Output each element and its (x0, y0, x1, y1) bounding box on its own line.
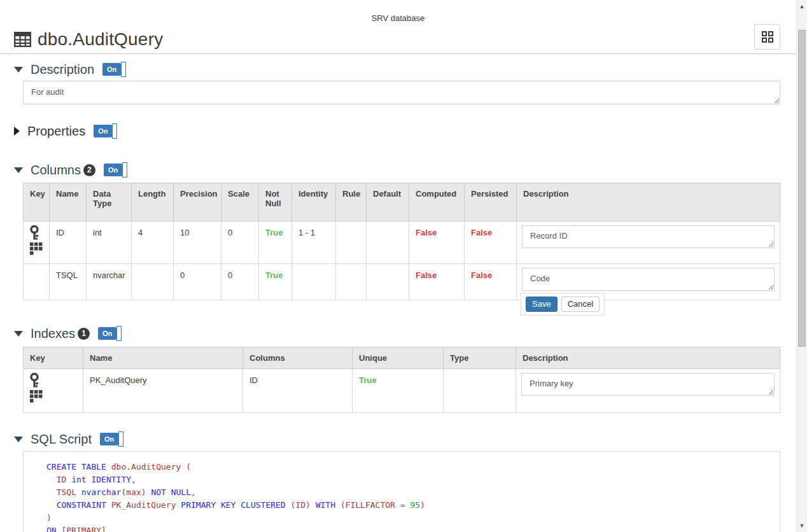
section-title-properties: Properties (27, 124, 85, 139)
cell-name[interactable]: PK_AuditQuery (83, 369, 243, 413)
cell-rule[interactable] (336, 264, 367, 300)
cell-data-type[interactable]: nvarchar (87, 264, 132, 300)
col-header-precision: Precision (174, 183, 221, 221)
caret-right-icon[interactable] (14, 127, 20, 136)
cell-description: Primary key (516, 369, 780, 413)
cell-not-null[interactable]: True (259, 221, 292, 264)
section-title-indexes: Indexes (31, 326, 75, 341)
cell-data-type[interactable]: int (87, 221, 132, 264)
section-title-columns: Columns (31, 163, 81, 178)
scroll-up-arrow-icon[interactable]: ▲ (797, 3, 807, 10)
cell-columns[interactable]: ID (243, 369, 353, 413)
cell-name[interactable]: ID (50, 221, 87, 264)
column-description-input[interactable]: Code (522, 268, 775, 291)
table-row: TSQL nvarchar 0 0 True False False Code … (24, 264, 780, 300)
scroll-down-arrow-icon[interactable]: ▼ (797, 522, 807, 529)
toggle-on-label: On (104, 164, 122, 176)
col-header-description: Description (517, 183, 780, 221)
table-row: PK_AuditQuery ID True Primary key (24, 369, 780, 413)
toggle-knob (121, 62, 126, 77)
idx-header-key: Key (24, 347, 83, 369)
section-indexes-header: Indexes 1 On (14, 326, 796, 341)
page-header: SRV database dbo.AuditQuery (0, 0, 796, 54)
cell-scale[interactable]: 0 (221, 221, 259, 264)
cell-computed[interactable]: False (409, 264, 465, 300)
cell-persisted[interactable]: False (465, 221, 517, 264)
cell-scale[interactable]: 0 (221, 264, 259, 300)
primary-key-icon (29, 225, 49, 256)
description-input[interactable]: For audit (23, 81, 780, 104)
indexes-toggle[interactable]: On (98, 326, 122, 341)
toggle-on-label: On (98, 327, 116, 340)
cell-key (24, 369, 83, 413)
idx-header-description: Description (516, 347, 780, 369)
cell-type[interactable] (444, 369, 516, 413)
section-title-description: Description (31, 62, 94, 77)
caret-down-icon[interactable] (14, 67, 23, 73)
cell-length[interactable]: 4 (132, 221, 174, 264)
col-header-rule: Rule (336, 183, 367, 221)
columns-count-badge: 2 (83, 164, 95, 176)
save-button[interactable]: Save (526, 297, 558, 312)
cancel-button[interactable]: Cancel (561, 297, 600, 312)
cell-description: Record ID (517, 221, 780, 264)
section-description-header: Description On (14, 62, 796, 77)
description-toggle[interactable]: On (102, 62, 126, 77)
index-description-input[interactable]: Primary key (521, 373, 775, 396)
idx-header-unique: Unique (353, 347, 444, 369)
cell-default[interactable] (367, 264, 409, 300)
cell-precision[interactable]: 0 (174, 264, 221, 300)
table-icon (14, 32, 31, 47)
sql-script-toggle[interactable]: On (100, 431, 123, 447)
columns-toggle[interactable]: On (104, 162, 127, 178)
idx-header-name: Name (83, 347, 243, 369)
cell-unique[interactable]: True (353, 369, 444, 413)
cell-not-null[interactable]: True (259, 264, 292, 300)
columns-table: Key Name Data Type Length Precision Scal… (23, 183, 780, 300)
properties-toggle[interactable]: On (94, 123, 117, 139)
section-sql-header: SQL Script On (14, 431, 796, 447)
cell-persisted[interactable]: False (465, 264, 517, 300)
cell-precision[interactable]: 10 (174, 221, 221, 264)
cell-rule[interactable] (336, 221, 367, 264)
cell-key (24, 221, 50, 264)
layout-grid-button[interactable] (754, 24, 780, 50)
col-header-not-null: Not Null (259, 183, 292, 221)
cell-identity[interactable] (292, 264, 336, 300)
col-header-persisted: Persisted (465, 183, 517, 221)
primary-key-icon (29, 372, 83, 404)
caret-down-icon[interactable] (14, 437, 23, 442)
vertical-scrollbar[interactable]: ▲ ▼ (796, 0, 807, 532)
scrollbar-thumb[interactable] (798, 30, 806, 347)
idx-header-columns: Columns (243, 347, 353, 369)
toggle-on-label: On (102, 63, 121, 76)
toggle-on-label: On (94, 125, 112, 137)
col-header-name: Name (50, 183, 87, 221)
sql-code: CREATE TABLE dbo.AuditQuery ( ID int IDE… (23, 451, 780, 532)
cell-default[interactable] (367, 221, 409, 264)
caret-down-icon[interactable] (14, 331, 23, 337)
cell-identity[interactable]: 1 - 1 (292, 221, 336, 264)
cell-key (24, 264, 50, 300)
col-header-data-type: Data Type (87, 183, 132, 221)
caret-down-icon[interactable] (14, 167, 23, 173)
cell-length[interactable] (132, 264, 174, 300)
toggle-knob (122, 162, 127, 178)
cell-computed[interactable]: False (409, 221, 465, 264)
table-row: ID int 4 10 0 True 1 - 1 False False Rec… (24, 221, 780, 264)
indexes-table: Key Name Columns Unique Type Description (23, 347, 780, 413)
col-header-default: Default (367, 183, 409, 221)
cell-description: Code Save Cancel (517, 264, 780, 300)
column-description-input[interactable]: Record ID (522, 225, 775, 248)
columns-header-row: Key Name Data Type Length Precision Scal… (24, 183, 780, 221)
database-name: SRV database (0, 0, 796, 25)
toggle-knob (116, 326, 122, 341)
cell-name[interactable]: TSQL (50, 264, 87, 300)
grid-2x2-icon (762, 31, 773, 43)
toggle-knob (112, 123, 117, 139)
indexes-header-row: Key Name Columns Unique Type Description (24, 347, 780, 369)
col-header-key: Key (24, 183, 50, 221)
section-properties-header: Properties On (14, 123, 796, 139)
indexes-count-badge: 1 (78, 328, 90, 340)
section-title-sql-script: SQL Script (31, 432, 92, 447)
